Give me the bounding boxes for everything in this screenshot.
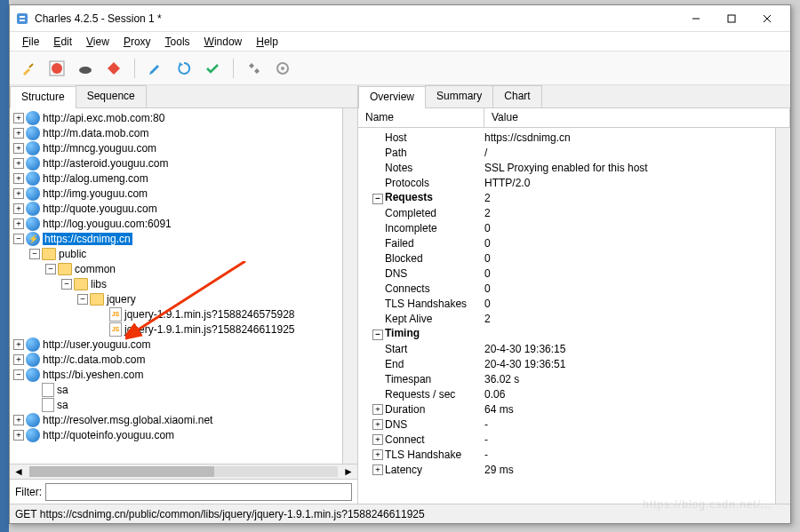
expand-toggle[interactable]: + xyxy=(372,404,383,415)
svg-rect-1 xyxy=(728,15,735,22)
app-icon xyxy=(15,12,29,26)
menu-tools[interactable]: Tools xyxy=(160,34,196,50)
tree-host[interactable]: +http://user.youguu.com xyxy=(10,337,342,352)
tree-host[interactable]: −https://bi.yeshen.com xyxy=(10,367,342,382)
maximize-button[interactable] xyxy=(714,6,749,31)
settings-icon[interactable] xyxy=(271,57,294,80)
tab-sequence[interactable]: Sequence xyxy=(76,85,147,107)
edit-icon[interactable] xyxy=(144,57,167,80)
window-title: Charles 4.2.5 - Session 1 * xyxy=(35,12,678,25)
tree-folder[interactable]: −common xyxy=(10,261,342,276)
tab-chart[interactable]: Chart xyxy=(492,85,541,107)
svg-point-7 xyxy=(281,67,284,70)
menu-view[interactable]: View xyxy=(81,34,115,50)
tree-host[interactable]: +http://c.data.mob.com xyxy=(10,352,342,367)
tree-host[interactable]: +http://mncg.youguu.com xyxy=(10,140,342,155)
tree-hscrollbar[interactable]: ◄► xyxy=(10,464,357,479)
collapse-toggle[interactable]: − xyxy=(372,194,383,204)
menu-edit[interactable]: Edit xyxy=(48,34,77,50)
structure-pane: Structure Sequence +http://api.exc.mob.c… xyxy=(10,85,358,504)
titlebar: Charles 4.2.5 - Session 1 * xyxy=(10,5,790,32)
tree-folder[interactable]: −libs xyxy=(10,276,342,291)
menubar: File Edit View Proxy Tools Window Help xyxy=(10,32,790,52)
tree-host[interactable]: +http://api.exc.mob.com:80 xyxy=(10,110,342,125)
minimize-button[interactable] xyxy=(678,6,714,31)
collapse-toggle[interactable]: − xyxy=(372,330,383,340)
tree-file[interactable]: JSjquery-1.9.1.min.js?1588246611925 xyxy=(10,322,342,337)
tools-icon[interactable] xyxy=(243,57,266,80)
overview-header: Name Value xyxy=(358,108,790,128)
broom-icon[interactable] xyxy=(17,57,40,80)
col-value[interactable]: Value xyxy=(484,108,790,127)
menu-file[interactable]: File xyxy=(17,34,44,50)
host-tree[interactable]: +http://api.exc.mob.com:80 +http://m.dat… xyxy=(10,108,342,464)
repeat-icon[interactable] xyxy=(172,57,196,80)
svg-marker-5 xyxy=(108,62,120,75)
expand-toggle[interactable]: + xyxy=(372,465,383,475)
throttle-icon[interactable] xyxy=(74,57,97,80)
filter-label: Filter: xyxy=(15,486,42,498)
menu-proxy[interactable]: Proxy xyxy=(118,34,156,50)
breakpoint-icon[interactable] xyxy=(102,57,125,80)
tree-host[interactable]: +http://quote.youguu.com xyxy=(10,201,342,216)
tree-file[interactable]: +sa xyxy=(10,382,342,397)
status-text: GET https://csdnimg.cn/public/common/lib… xyxy=(15,508,425,520)
tree-host[interactable]: +http://img.youguu.com xyxy=(10,186,342,201)
watermark: https://blog.csdn.net/... xyxy=(643,498,772,511)
tree-folder[interactable]: −public xyxy=(10,246,342,261)
detail-pane: Overview Summary Chart Name Value Hostht… xyxy=(358,85,790,504)
left-tabs: Structure Sequence xyxy=(10,85,357,108)
tree-host[interactable]: +http://alog.umeng.com xyxy=(10,171,342,186)
toolbar xyxy=(10,52,790,85)
expand-toggle[interactable]: + xyxy=(372,419,383,430)
close-button[interactable] xyxy=(749,6,785,31)
tree-vscrollbar[interactable] xyxy=(342,108,357,464)
app-window: Charles 4.2.5 - Session 1 * File Edit Vi… xyxy=(9,4,791,524)
overview-body[interactable]: Hosthttps://csdnimg.cn Path/ NotesSSL Pr… xyxy=(358,128,775,504)
tree-host[interactable]: +http://asteroid.youguu.com xyxy=(10,155,342,171)
expand-toggle[interactable]: + xyxy=(372,449,383,460)
js-file-icon: JS xyxy=(109,322,122,337)
svg-point-2 xyxy=(52,63,62,74)
tree-file[interactable]: JSjquery-1.9.1.min.js?1588246575928 xyxy=(10,306,342,322)
tree-host-selected[interactable]: −⚡https://csdnimg.cn xyxy=(10,231,342,246)
validate-icon[interactable] xyxy=(201,57,224,80)
menu-window[interactable]: Window xyxy=(199,34,248,50)
menu-help[interactable]: Help xyxy=(251,34,284,50)
tree-folder[interactable]: −jquery xyxy=(10,291,342,306)
tree-host[interactable]: +http://log.youguu.com:6091 xyxy=(10,216,342,231)
tree-host[interactable]: +http://m.data.mob.com xyxy=(10,125,342,140)
svg-rect-0 xyxy=(17,13,28,24)
record-icon[interactable] xyxy=(45,57,68,80)
col-name[interactable]: Name xyxy=(358,108,484,127)
svg-point-4 xyxy=(79,67,92,74)
lock-icon: ⚡ xyxy=(26,232,40,246)
tree-file[interactable]: +sa xyxy=(10,397,342,412)
expand-toggle[interactable]: + xyxy=(372,434,383,445)
tab-structure[interactable]: Structure xyxy=(10,86,76,108)
js-file-icon: JS xyxy=(109,307,122,322)
filter-bar: Filter: xyxy=(10,479,357,504)
right-tabs: Overview Summary Chart xyxy=(358,85,790,108)
tab-overview[interactable]: Overview xyxy=(358,86,426,108)
tree-host[interactable]: +http://resolver.msg.global.xiaomi.net xyxy=(10,412,342,427)
tree-host[interactable]: +http://quoteinfo.youguu.com xyxy=(10,427,342,442)
tab-summary[interactable]: Summary xyxy=(425,85,493,107)
filter-input[interactable] xyxy=(45,483,352,501)
overview-vscrollbar[interactable] xyxy=(775,128,790,504)
